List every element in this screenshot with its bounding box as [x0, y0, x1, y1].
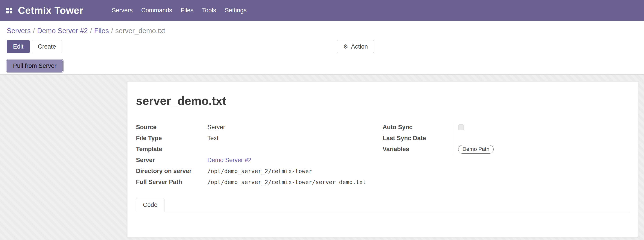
field-auto-sync-label: Auto Sync [382, 123, 454, 131]
content-area: server_demo.txt Source Server File Type … [0, 75, 644, 240]
field-server: Server Demo Server #2 [136, 155, 382, 166]
field-last-sync-date: Last Sync Date [382, 133, 629, 144]
field-directory: Directory on server /opt/demo_server_2/c… [136, 166, 382, 177]
apps-menu-icon-square [6, 8, 9, 10]
field-variables-value: Demo Path [454, 144, 629, 155]
top-navbar: Cetmix Tower Servers Commands Files Tool… [0, 0, 644, 21]
field-auto-sync: Auto Sync [382, 122, 629, 133]
field-source: Source Server [136, 122, 382, 133]
breadcrumb-separator: / [31, 27, 37, 35]
main-menu: Servers Commands Files Tools Settings [108, 0, 251, 21]
field-source-label: Source [136, 123, 207, 131]
breadcrumb: Servers/Demo Server #2/Files/server_demo… [0, 21, 644, 35]
action-menu-label: Action [351, 43, 368, 50]
field-directory-value: /opt/demo_server_2/cetmix-tower [207, 166, 382, 177]
control-panel-buttons: Edit Create ⚙Action [7, 40, 637, 53]
field-last-sync-date-label: Last Sync Date [382, 134, 454, 142]
field-file-type-label: File Type [136, 134, 207, 142]
field-file-type: File Type Text [136, 133, 382, 144]
field-full-path: Full Server Path /opt/demo_server_2/cetm… [136, 177, 382, 188]
edit-button[interactable]: Edit [7, 40, 30, 53]
form-title: server_demo.txt [136, 94, 629, 108]
field-file-type-value: Text [207, 133, 382, 144]
field-template-value [207, 144, 382, 155]
page: Cetmix Tower Servers Commands Files Tool… [0, 0, 644, 240]
tab-code[interactable]: Code [136, 198, 164, 212]
breadcrumb-servers[interactable]: Servers [7, 27, 31, 35]
field-auto-sync-value [454, 122, 629, 133]
variable-tag-demo-path[interactable]: Demo Path [458, 145, 494, 154]
breadcrumb-files[interactable]: Files [94, 27, 109, 35]
app-brand[interactable]: Cetmix Tower [18, 5, 83, 16]
breadcrumb-demo-server[interactable]: Demo Server #2 [37, 27, 88, 35]
tab-code-content [136, 212, 629, 237]
field-variables: Variables Demo Path [382, 144, 629, 155]
breadcrumb-separator: / [88, 27, 94, 35]
field-full-path-label: Full Server Path [136, 178, 207, 186]
menu-tools[interactable]: Tools [198, 0, 220, 21]
apps-menu-icon[interactable] [6, 8, 12, 13]
field-server-value: Demo Server #2 [207, 155, 382, 166]
field-template: Template [136, 144, 382, 155]
field-full-path-value: /opt/demo_server_2/cetmix-tower/server_d… [207, 177, 382, 188]
notebook-tabs: Code [136, 198, 629, 212]
create-button[interactable]: Create [32, 40, 62, 53]
apps-menu-icon-square [6, 11, 9, 13]
apps-menu-icon-square [10, 11, 12, 13]
form-column-left: Source Server File Type Text Template Se… [136, 122, 382, 188]
field-template-label: Template [136, 145, 207, 153]
field-server-label: Server [136, 156, 207, 164]
apps-menu-icon-square [10, 8, 12, 10]
form-sheet: server_demo.txt Source Server File Type … [127, 81, 638, 237]
field-variables-label: Variables [382, 145, 454, 153]
control-panel: Servers/Demo Server #2/Files/server_demo… [0, 21, 644, 75]
action-menu-button[interactable]: ⚙Action [337, 40, 374, 53]
breadcrumb-separator: / [109, 27, 115, 35]
gear-icon: ⚙ [343, 44, 348, 49]
breadcrumb-current: server_demo.txt [115, 27, 165, 35]
auto-sync-checkbox[interactable] [458, 124, 464, 130]
form-grid: Source Server File Type Text Template Se… [136, 122, 629, 188]
field-directory-label: Directory on server [136, 167, 207, 175]
menu-servers[interactable]: Servers [108, 0, 137, 21]
field-source-value: Server [207, 122, 382, 133]
form-column-right: Auto Sync Last Sync Date Variables Demo … [382, 122, 629, 188]
statusbar: Pull from Server [7, 60, 637, 74]
field-last-sync-date-value [454, 133, 629, 144]
action-menu-wrap: ⚙Action [337, 40, 374, 53]
menu-settings[interactable]: Settings [220, 0, 251, 21]
pull-from-server-button[interactable]: Pull from Server [7, 60, 63, 72]
menu-files[interactable]: Files [176, 0, 198, 21]
server-link[interactable]: Demo Server #2 [207, 157, 252, 164]
menu-commands[interactable]: Commands [137, 0, 176, 21]
